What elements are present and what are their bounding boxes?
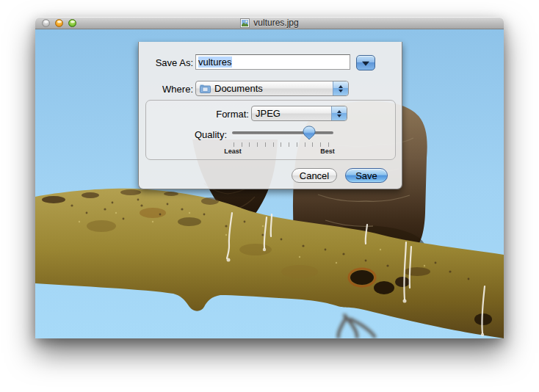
quality-min-label: Least (215, 148, 250, 155)
traffic-lights (42, 19, 76, 27)
popup-stepper-icon (333, 81, 348, 95)
quality-slider-thumb[interactable] (303, 126, 316, 140)
save-as-label: Save As: (139, 57, 193, 68)
where-popup[interactable]: Documents (195, 81, 349, 96)
window-title: vultures.jpg (253, 18, 298, 28)
document-proxy-icon[interactable] (240, 18, 250, 28)
format-popup[interactable]: JPEG (251, 106, 347, 121)
expand-sheet-button[interactable] (356, 55, 375, 70)
image-window: vultures.jpg (35, 17, 504, 338)
slider-tick-marks (234, 142, 329, 147)
quality-slider[interactable] (232, 131, 333, 134)
save-button[interactable]: Save (345, 168, 388, 183)
cancel-button[interactable]: Cancel (292, 168, 337, 183)
save-sheet: Save As: vultures Where: Documents Forma… (138, 42, 402, 189)
disclosure-down-icon (362, 61, 369, 65)
filename-input[interactable]: vultures (195, 54, 350, 70)
documents-folder-icon (200, 84, 211, 93)
where-label: Where: (139, 84, 193, 95)
where-value: Documents (214, 83, 263, 94)
zoom-button[interactable] (68, 19, 76, 27)
photo-content: Save As: vultures Where: Documents Forma… (35, 29, 504, 338)
popup-stepper-icon (331, 106, 347, 120)
format-value: JPEG (256, 108, 281, 119)
desktop: vultures.jpg (0, 0, 539, 392)
quality-max-label: Best (310, 148, 345, 155)
minimize-button[interactable] (55, 19, 63, 27)
close-button[interactable] (42, 19, 50, 27)
window-titlebar[interactable]: vultures.jpg (35, 17, 504, 29)
filename-selected-text: vultures (198, 57, 232, 68)
format-label: Format: (139, 109, 249, 120)
quality-label: Quality: (139, 129, 227, 140)
